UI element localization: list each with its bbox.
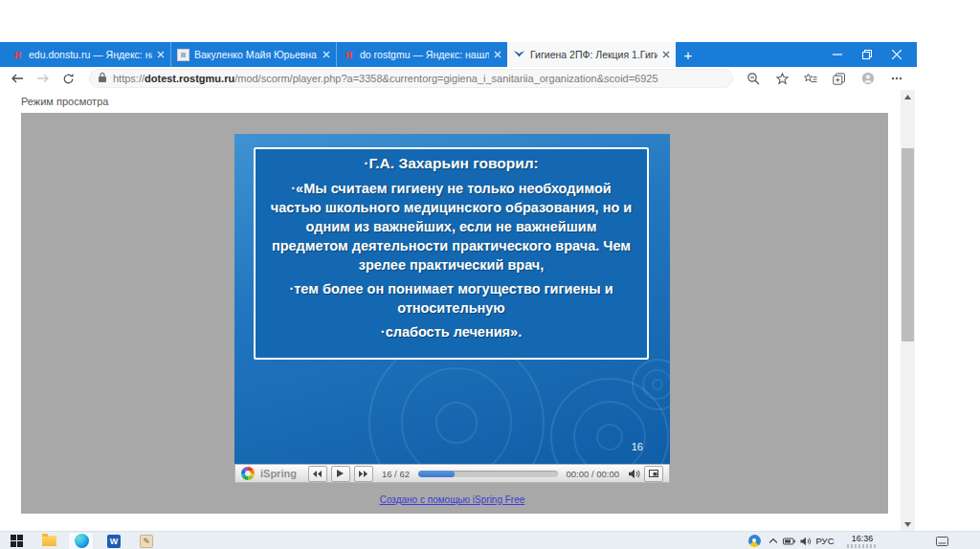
- player-progress-fill: [418, 471, 455, 477]
- slide-paragraph: ·тем более он понимает могущество гигиен…: [267, 279, 635, 318]
- edge-icon[interactable]: [73, 532, 90, 549]
- word-icon[interactable]: W: [105, 532, 122, 549]
- yandex-icon: Я: [11, 49, 24, 61]
- touch-keyboard-icon[interactable]: [933, 532, 950, 549]
- tab-gigiena-active[interactable]: Гигиена 2ПФ: Лекция 1.Гигиена: [507, 42, 676, 67]
- view-mode-label: Режим просмотра: [21, 96, 108, 107]
- zoom-icon[interactable]: [743, 69, 764, 88]
- speaker-icon[interactable]: [798, 532, 813, 549]
- battery-icon[interactable]: [781, 532, 796, 549]
- tab-do-rostgmu[interactable]: Я do rostgmu — Яндекс: нашлос: [336, 42, 507, 67]
- progress-track[interactable]: [418, 471, 558, 477]
- tab-title: Вакуленко Майя Юрьевна: [194, 49, 318, 60]
- quote-box: ·Г.А. Захарьин говорил: ·«Мы считаем гиг…: [254, 147, 649, 360]
- clock[interactable]: 16:36: [840, 532, 884, 549]
- tab-close-icon[interactable]: [494, 51, 501, 58]
- player-brand: iSpring: [260, 468, 297, 479]
- rewind-icon[interactable]: [308, 466, 327, 482]
- tray-badge-icon[interactable]: [746, 532, 762, 549]
- clock-time: 16:36: [852, 535, 874, 543]
- scrollbar-thumb[interactable]: [902, 148, 914, 341]
- window-controls: [822, 42, 911, 67]
- tab-title: do rostgmu — Яндекс: нашлос: [360, 49, 489, 60]
- slide-canvas[interactable]: ·Г.А. Захарьин говорил: ·«Мы считаем гиг…: [234, 134, 670, 464]
- tab-close-icon[interactable]: [323, 51, 330, 58]
- footer-link-row: Создано с помощью iSpring Free: [234, 490, 670, 507]
- ispring-free-link[interactable]: Создано с помощью iSpring Free: [380, 494, 525, 505]
- tab-bar: Я edu.donstu.ru — Яндекс: нашло Вакуленк…: [0, 42, 917, 67]
- picture-frame-icon: [177, 49, 189, 61]
- slide-heading: ·Г.А. Захарьин говорил:: [267, 154, 635, 173]
- profile-icon[interactable]: [858, 69, 879, 88]
- fast-forward-icon[interactable]: [354, 466, 373, 482]
- tab-edu-donstu[interactable]: Я edu.donstu.ru — Яндекс: нашло: [6, 42, 170, 67]
- ispring-logo-icon: [241, 467, 255, 480]
- scroll-up-icon[interactable]: [901, 90, 915, 103]
- forward-icon[interactable]: [30, 68, 56, 89]
- slide-number: 16: [632, 441, 643, 452]
- collections-icon[interactable]: [829, 69, 850, 88]
- player-time: 00:00 / 00:00: [567, 469, 619, 479]
- tab-close-icon[interactable]: [157, 51, 165, 58]
- bird-icon: [513, 49, 525, 61]
- player-bar: iSpring 16 / 62 00:00 / 00:00: [234, 464, 670, 483]
- yandex-icon: Я: [343, 49, 355, 61]
- favorites-icon[interactable]: [800, 69, 821, 88]
- scroll-down-icon[interactable]: [901, 517, 915, 531]
- more-icon[interactable]: [886, 69, 907, 88]
- address-bar[interactable]: https://dotest.rostgmu.ru/mod/scorm/play…: [89, 69, 733, 88]
- scorm-player-area: ·Г.А. Захарьин говорил: ·«Мы считаем гиг…: [21, 113, 888, 514]
- volume-icon[interactable]: [628, 469, 640, 479]
- screen: Я edu.donstu.ru — Яндекс: нашло Вакуленк…: [0, 0, 980, 549]
- minimize-icon[interactable]: [822, 42, 852, 67]
- language-indicator[interactable]: РУС: [814, 532, 835, 549]
- play-icon[interactable]: [331, 466, 350, 482]
- vertical-scrollbar[interactable]: [901, 90, 915, 531]
- refresh-icon[interactable]: [56, 68, 81, 89]
- tray-chevron-icon[interactable]: [767, 532, 780, 549]
- slide-paragraph: ·слабость лечения».: [267, 322, 635, 341]
- close-icon[interactable]: [881, 42, 911, 67]
- clock-date-clipped: [847, 544, 878, 548]
- start-icon[interactable]: [8, 532, 25, 549]
- editor-app-icon[interactable]: ✎: [138, 532, 155, 549]
- url-text: https://dotest.rostgmu.ru/mod/scorm/play…: [113, 73, 658, 84]
- tab-close-icon[interactable]: [662, 51, 670, 58]
- tab-vakulenko[interactable]: Вакуленко Майя Юрьевна: [170, 42, 336, 67]
- tab-title: Гигиена 2ПФ: Лекция 1.Гигиена: [530, 49, 657, 60]
- new-tab-icon[interactable]: +: [676, 42, 701, 67]
- toolbar-icons: [743, 69, 907, 88]
- browser-window: Я edu.donstu.ru — Яндекс: нашло Вакуленк…: [0, 42, 917, 531]
- explorer-icon[interactable]: [40, 532, 57, 549]
- tab-title: edu.donstu.ru — Яндекс: нашло: [29, 49, 152, 60]
- slide-paragraph: ·«Мы считаем гигиену не только необходим…: [267, 179, 635, 274]
- taskbar: W ✎ РУС 16:36: [0, 531, 980, 549]
- slide-counter: 16 / 62: [382, 469, 410, 479]
- add-favorite-icon[interactable]: [771, 69, 792, 88]
- back-icon[interactable]: [4, 68, 30, 89]
- restore-icon[interactable]: [852, 42, 881, 67]
- page-viewport: Режим просмотра ·Г.А. Захарьин говорил: …: [0, 90, 917, 531]
- browser-toolbar: https://dotest.rostgmu.ru/mod/scorm/play…: [0, 67, 917, 91]
- lock-icon: [98, 70, 107, 87]
- fullscreen-icon[interactable]: [644, 466, 663, 482]
